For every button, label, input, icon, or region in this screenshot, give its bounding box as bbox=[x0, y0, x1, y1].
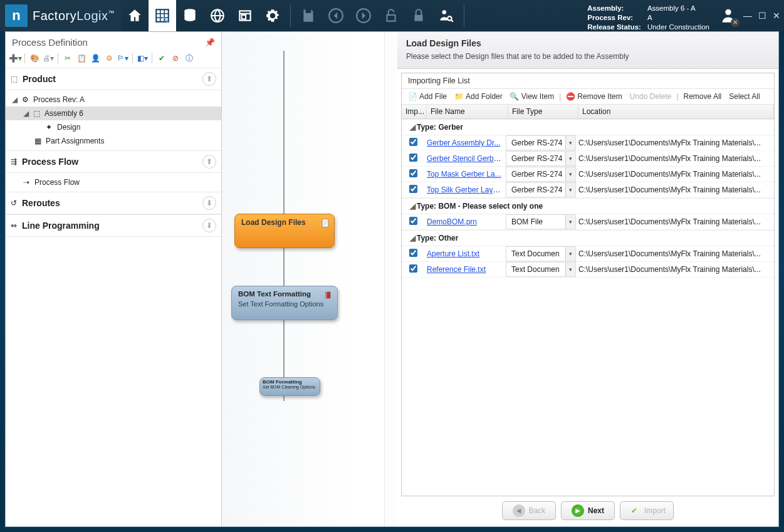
gear-icon[interactable] bbox=[259, 0, 286, 31]
nav-forward-icon[interactable] bbox=[350, 0, 377, 31]
tree-assembly[interactable]: ◢⬚Assembly 6 bbox=[6, 107, 221, 120]
file-row[interactable]: Top Mask Gerber La...Gerber RS-274▾C:\Us… bbox=[402, 167, 774, 182]
star-icon[interactable]: ⚙ bbox=[103, 53, 115, 64]
import-checkbox[interactable] bbox=[409, 154, 417, 162]
back-button[interactable]: ◄Back bbox=[502, 501, 556, 520]
dropdown-icon[interactable]: ▾ bbox=[565, 247, 575, 261]
import-checkbox[interactable] bbox=[409, 264, 417, 273]
import-checkbox[interactable] bbox=[409, 169, 417, 177]
file-link[interactable]: Gerber Stencil Gerbe... bbox=[427, 154, 504, 163]
meta-label-assembly: Assembly: bbox=[587, 4, 641, 13]
globe-icon[interactable] bbox=[204, 0, 231, 31]
section-product[interactable]: ⬚Product ⬆ bbox=[6, 68, 221, 90]
file-link[interactable]: Reference File.txt bbox=[427, 265, 486, 274]
dropdown-icon[interactable]: ▾ bbox=[565, 215, 575, 229]
grid-edit-icon[interactable] bbox=[149, 0, 176, 31]
palette-icon[interactable]: 🎨 bbox=[29, 53, 40, 64]
file-row[interactable]: DemoBOM.prnBOM File▾C:\Users\user1\Docum… bbox=[402, 214, 774, 230]
book-icon bbox=[323, 290, 333, 300]
tree-process-rev[interactable]: ◢⚙Process Rev: A bbox=[6, 93, 221, 107]
flow-card-title: Load Design Files bbox=[241, 218, 328, 227]
search-user-icon[interactable] bbox=[432, 0, 460, 31]
tree-process-flow[interactable]: ⇢Process Flow bbox=[6, 175, 221, 189]
product-tree: ◢⚙Process Rev: A ◢⬚Assembly 6 ✦Design ▦P… bbox=[6, 90, 221, 150]
import-checkbox[interactable] bbox=[409, 217, 417, 225]
copy-icon[interactable]: 📋 bbox=[76, 53, 87, 64]
flow-card-load-design[interactable]: Load Design Files bbox=[234, 214, 335, 248]
col-location[interactable]: Location bbox=[578, 105, 774, 118]
flow-card-bom-text[interactable]: BOM Text Formatting Set Text Formatting … bbox=[231, 286, 338, 320]
lock-icon[interactable] bbox=[405, 0, 432, 31]
file-row[interactable]: Gerber Assembly Dr...Gerber RS-274▾C:\Us… bbox=[402, 135, 774, 151]
nav-back-icon[interactable] bbox=[322, 0, 350, 31]
next-button[interactable]: ►Next bbox=[561, 501, 615, 520]
select-all-button[interactable]: Select All bbox=[726, 91, 762, 102]
tree-part-assignments[interactable]: ▦Part Assignments bbox=[6, 134, 221, 148]
file-link[interactable]: Aperture List.txt bbox=[427, 249, 479, 258]
close-button[interactable]: ✕ bbox=[773, 11, 780, 21]
col-filename[interactable]: File Name bbox=[427, 105, 508, 118]
unlock-icon[interactable] bbox=[377, 0, 405, 31]
dropdown-icon[interactable]: ▾ bbox=[565, 167, 575, 181]
person-icon[interactable]: 👤 bbox=[90, 53, 101, 64]
import-checkbox[interactable] bbox=[409, 185, 417, 193]
pin-icon[interactable]: 📌 bbox=[205, 38, 215, 47]
add-icon[interactable]: ➕▾ bbox=[9, 53, 21, 64]
home-icon[interactable] bbox=[121, 0, 149, 31]
import-checkbox[interactable] bbox=[409, 138, 417, 146]
tree-design[interactable]: ✦Design bbox=[6, 120, 221, 134]
group-row[interactable]: ◢Type: Gerber bbox=[402, 119, 774, 135]
info-icon[interactable]: ⓘ bbox=[184, 53, 195, 64]
file-row[interactable]: Gerber Stencil Gerbe...Gerber RS-274▾C:\… bbox=[402, 151, 774, 167]
expand-icon[interactable]: ⬇ bbox=[202, 219, 216, 232]
separator bbox=[152, 53, 152, 63]
section-reroutes[interactable]: ↺Reroutes ⬇ bbox=[6, 192, 221, 214]
remove-item-button[interactable]: ⛔Remove Item bbox=[563, 91, 624, 102]
dropdown-icon[interactable]: ▾ bbox=[565, 136, 575, 150]
file-link[interactable]: Top Mask Gerber La... bbox=[427, 170, 501, 179]
import-checkbox[interactable] bbox=[409, 249, 417, 257]
file-row[interactable]: Aperture List.txtText Documen▾C:\Users\u… bbox=[402, 246, 774, 262]
window-icon[interactable] bbox=[231, 0, 259, 31]
collapse-icon[interactable]: ⬆ bbox=[202, 155, 216, 169]
print-icon[interactable]: 🖨▾ bbox=[43, 53, 54, 64]
toolbar-separator bbox=[464, 4, 464, 27]
file-link[interactable]: Gerber Assembly Dr... bbox=[427, 138, 500, 147]
file-row[interactable]: Top Silk Gerber Laye...Gerber RS-274▾C:\… bbox=[402, 182, 774, 198]
file-row[interactable]: Reference File.txtText Documen▾C:\Users\… bbox=[402, 262, 774, 278]
flag-icon[interactable]: 🏳▾ bbox=[117, 53, 128, 64]
maximize-button[interactable]: ☐ bbox=[758, 11, 766, 21]
expand-icon[interactable]: ⬇ bbox=[202, 196, 216, 210]
view-item-button[interactable]: 🔍View Item bbox=[508, 91, 557, 102]
col-import[interactable]: Imp... bbox=[402, 105, 427, 118]
dropdown-icon[interactable]: ▾ bbox=[565, 152, 575, 165]
collapse-icon[interactable]: ⬆ bbox=[202, 72, 216, 86]
user-icon[interactable]: ✕ bbox=[719, 6, 737, 26]
section-line-programming[interactable]: ⇔Line Programming ⬇ bbox=[6, 214, 221, 237]
col-filetype[interactable]: File Type bbox=[508, 105, 578, 118]
file-link[interactable]: DemoBOM.prn bbox=[427, 217, 477, 226]
save-icon[interactable] bbox=[295, 0, 322, 31]
header-meta: Assembly: Assembly 6 - A Process Rev: A … bbox=[581, 0, 716, 31]
dropdown-icon[interactable]: ▾ bbox=[565, 183, 575, 197]
group-row[interactable]: ◢Type: BOM - Please select only one bbox=[402, 198, 774, 214]
label: View Item bbox=[521, 92, 554, 101]
workspace: Process Definition 📌 ➕▾ 🎨 🖨▾ ✂ 📋 👤 ⚙ 🏳▾ … bbox=[5, 31, 779, 527]
import-button[interactable]: ✔Import bbox=[620, 501, 674, 520]
layers-icon[interactable]: ◧▾ bbox=[137, 53, 148, 64]
group-row[interactable]: ◢Type: Other bbox=[402, 230, 774, 246]
scissors-icon[interactable]: ✂ bbox=[62, 53, 73, 64]
remove-all-button[interactable]: Remove All bbox=[681, 91, 724, 102]
cancel-circle-icon[interactable]: ⊘ bbox=[170, 53, 181, 64]
flow-card-subtitle: Set Text Formatting Options bbox=[238, 300, 331, 308]
user-status-badge: ✕ bbox=[731, 18, 740, 27]
flow-card-bom-formatting[interactable]: BOM Formatting Set BOM Cleaning Options bbox=[259, 377, 320, 396]
section-process-flow[interactable]: ⇶Process Flow ⬆ bbox=[6, 150, 221, 173]
check-circle-icon[interactable]: ✔ bbox=[156, 53, 167, 64]
add-folder-button[interactable]: 📁Add Folder bbox=[452, 91, 505, 102]
database-icon[interactable] bbox=[176, 0, 204, 31]
minimize-button[interactable]: — bbox=[743, 11, 752, 21]
file-link[interactable]: Top Silk Gerber Laye... bbox=[427, 185, 503, 194]
dropdown-icon[interactable]: ▾ bbox=[565, 263, 575, 276]
add-file-button[interactable]: 📄Add File bbox=[405, 91, 449, 102]
